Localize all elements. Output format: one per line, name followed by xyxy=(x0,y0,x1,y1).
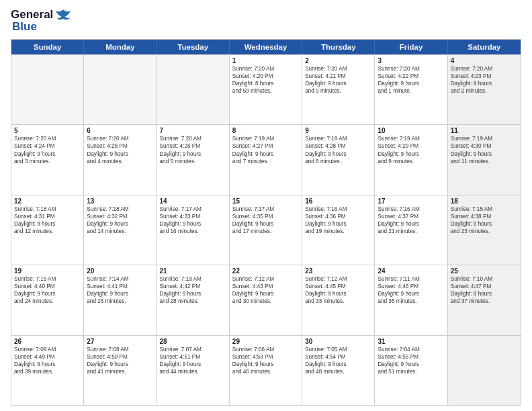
header-cell-wednesday: Wednesday xyxy=(230,40,302,54)
cell-line: Daylight: 9 hours xyxy=(232,290,299,298)
cell-line: Sunset: 4:32 PM xyxy=(87,213,153,220)
cell-line: Daylight: 9 hours xyxy=(378,150,444,158)
header-cell-monday: Monday xyxy=(84,40,157,54)
day-cell-13: 13Sunrise: 7:18 AMSunset: 4:32 PMDayligh… xyxy=(84,195,157,265)
header-cell-friday: Friday xyxy=(375,40,447,54)
cell-line: and 19 minutes. xyxy=(305,228,371,235)
cell-line: Sunset: 4:46 PM xyxy=(378,283,444,290)
cell-line: Sunrise: 7:13 AM xyxy=(160,275,226,283)
week-row-4: 19Sunrise: 7:15 AMSunset: 4:40 PMDayligh… xyxy=(11,265,521,334)
week-row-2: 5Sunrise: 7:20 AMSunset: 4:24 PMDaylight… xyxy=(11,124,521,194)
cell-line: Sunrise: 7:08 AM xyxy=(87,346,153,353)
cell-line: Sunrise: 7:20 AM xyxy=(232,65,299,73)
cell-line: Daylight: 9 hours xyxy=(160,220,226,228)
day-cell-22: 22Sunrise: 7:12 AMSunset: 4:43 PMDayligh… xyxy=(230,265,302,334)
cell-line: Sunset: 4:30 PM xyxy=(451,142,518,150)
logo-area: General Blue xyxy=(11,8,72,34)
day-number-15: 15 xyxy=(232,197,299,205)
cell-line: Daylight: 9 hours xyxy=(87,220,153,228)
cell-line: Sunset: 4:47 PM xyxy=(451,283,518,290)
cell-line: Sunrise: 7:16 AM xyxy=(378,205,444,213)
cell-line: Daylight: 9 hours xyxy=(451,290,518,298)
cell-line: Sunrise: 7:20 AM xyxy=(160,135,226,142)
cell-line: Sunrise: 7:19 AM xyxy=(378,135,444,142)
day-number-28: 28 xyxy=(160,338,226,345)
day-cell-21: 21Sunrise: 7:13 AMSunset: 4:42 PMDayligh… xyxy=(157,265,230,334)
cell-line: Sunrise: 7:17 AM xyxy=(160,205,226,213)
cell-line: Daylight: 9 hours xyxy=(305,290,371,298)
cell-line: Daylight: 9 hours xyxy=(160,361,226,368)
cell-line: Daylight: 9 hours xyxy=(14,290,81,298)
day-cell-19: 19Sunrise: 7:15 AMSunset: 4:40 PMDayligh… xyxy=(11,265,84,334)
cell-line: and 44 minutes. xyxy=(160,368,226,375)
cell-line: and 24 minutes. xyxy=(14,298,81,305)
cell-line: Sunrise: 7:20 AM xyxy=(451,65,518,73)
day-number-27: 27 xyxy=(87,338,153,345)
day-cell-23: 23Sunrise: 7:12 AMSunset: 4:45 PMDayligh… xyxy=(302,265,375,334)
week-row-1: 1Sunrise: 7:20 AMSunset: 4:20 PMDaylight… xyxy=(11,54,521,124)
week-row-5: 26Sunrise: 7:09 AMSunset: 4:49 PMDayligh… xyxy=(11,335,521,405)
cell-line: Daylight: 9 hours xyxy=(451,80,518,87)
day-number-20: 20 xyxy=(87,267,153,275)
cell-line: and 33 minutes. xyxy=(305,298,371,305)
cell-line: Daylight: 9 hours xyxy=(14,220,81,228)
cell-line: Sunrise: 7:12 AM xyxy=(305,275,371,283)
cell-line: Daylight: 8 hours xyxy=(232,80,299,87)
page: General Blue SundayMondayTuesdayWednesda… xyxy=(0,0,532,411)
day-number-4: 4 xyxy=(451,57,518,64)
day-number-1: 1 xyxy=(232,57,299,64)
cell-line: and 21 minutes. xyxy=(378,228,444,235)
day-number-9: 9 xyxy=(305,127,371,134)
logo-bird-icon xyxy=(54,8,72,21)
cell-line: and 7 minutes. xyxy=(232,158,299,165)
cell-line: Daylight: 9 hours xyxy=(160,290,226,298)
cell-line: Sunrise: 7:10 AM xyxy=(451,275,518,283)
cell-line: Sunset: 4:25 PM xyxy=(87,142,153,150)
day-number-29: 29 xyxy=(232,338,299,345)
day-cell-7: 7Sunrise: 7:20 AMSunset: 4:26 PMDaylight… xyxy=(157,125,230,194)
cell-line: Sunset: 4:40 PM xyxy=(14,283,81,290)
cell-line: and 5 minutes. xyxy=(160,158,226,165)
cell-line: Daylight: 9 hours xyxy=(87,290,153,298)
logo-general-text: General xyxy=(11,8,53,21)
cell-line: Daylight: 9 hours xyxy=(87,150,153,158)
day-number-3: 3 xyxy=(378,57,444,64)
cell-line: Sunset: 4:21 PM xyxy=(305,73,371,80)
cell-line: Daylight: 9 hours xyxy=(87,361,153,368)
cell-line: and 3 minutes. xyxy=(14,158,81,165)
day-number-26: 26 xyxy=(14,338,81,345)
day-number-19: 19 xyxy=(14,267,81,275)
cell-line: and 17 minutes. xyxy=(232,228,299,235)
week-row-3: 12Sunrise: 7:18 AMSunset: 4:31 PMDayligh… xyxy=(11,195,521,265)
cell-line: Sunset: 4:36 PM xyxy=(305,213,371,220)
cell-line: Sunset: 4:23 PM xyxy=(451,73,518,80)
cell-line: Sunrise: 7:15 AM xyxy=(451,205,518,213)
day-cell-3: 3Sunrise: 7:20 AMSunset: 4:22 PMDaylight… xyxy=(375,55,447,124)
day-cell-12: 12Sunrise: 7:18 AMSunset: 4:31 PMDayligh… xyxy=(11,195,84,265)
day-number-6: 6 xyxy=(87,127,153,134)
day-number-11: 11 xyxy=(451,127,518,134)
cell-line: Sunrise: 7:06 AM xyxy=(232,346,299,353)
cell-line: Sunset: 4:22 PM xyxy=(378,73,444,80)
cell-line: Sunset: 4:24 PM xyxy=(14,142,81,150)
cell-line: Daylight: 9 hours xyxy=(305,80,371,87)
cell-line: and 48 minutes. xyxy=(305,368,371,375)
day-number-2: 2 xyxy=(305,57,371,64)
day-number-16: 16 xyxy=(305,197,371,205)
day-number-21: 21 xyxy=(160,267,226,275)
cell-line: Sunrise: 7:17 AM xyxy=(232,205,299,213)
cell-line: Sunrise: 7:20 AM xyxy=(378,65,444,73)
cell-line: Sunrise: 7:12 AM xyxy=(232,275,299,283)
cell-line: Daylight: 9 hours xyxy=(451,150,518,158)
cell-line: Sunset: 4:55 PM xyxy=(378,353,444,361)
cell-line: Sunset: 4:43 PM xyxy=(232,283,299,290)
empty-cell-w0-c1 xyxy=(84,55,157,124)
header-cell-tuesday: Tuesday xyxy=(157,40,230,54)
day-number-10: 10 xyxy=(378,127,444,134)
cell-line: and 37 minutes. xyxy=(451,298,518,305)
day-cell-11: 11Sunrise: 7:19 AMSunset: 4:30 PMDayligh… xyxy=(448,125,521,194)
cell-line: and 4 minutes. xyxy=(87,158,153,165)
cell-line: and 28 minutes. xyxy=(160,298,226,305)
day-number-5: 5 xyxy=(14,127,81,134)
cell-line: Daylight: 9 hours xyxy=(378,220,444,228)
